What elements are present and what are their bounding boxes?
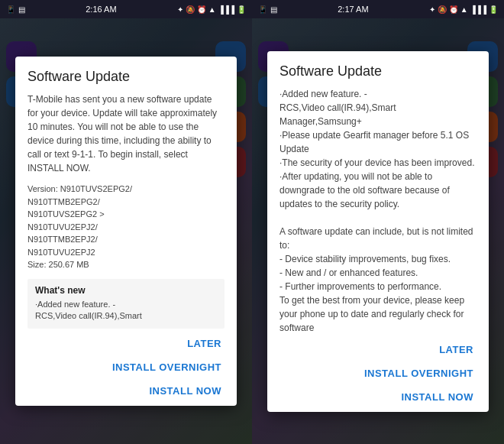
left-status-bar: 📱 ▤ 2:16 AM ✦ 🔕 ⏰ ▲ ▐▐▐ 🔋	[0, 0, 252, 18]
right-battery-icon: 🔋	[489, 5, 498, 14]
left-phone-screen: 📱 ▤ 2:16 AM ✦ 🔕 ⏰ ▲ ▐▐▐ 🔋 Software	[0, 0, 252, 444]
right-phone-screen: 📱 ▤ 2:17 AM ✦ 🔕 ⏰ ▲ ▐▐▐ 🔋 Software	[252, 0, 504, 444]
left-install-button[interactable]: INSTALL NOW	[21, 379, 231, 403]
right-dialog-content: Software Update ·Added new feature. - RC…	[267, 51, 489, 335]
left-version-info: Version: N910TUVS2EPG2/N910TTMB2EPG2/N91…	[27, 183, 225, 271]
left-dialog-overlay: Software Update T-Mobile has sent you a …	[0, 18, 252, 444]
left-whats-new-title: What's new	[35, 285, 217, 296]
right-time: 2:17 AM	[338, 5, 368, 14]
left-whats-new: What's new ·Added new feature. -RCS,Vide…	[27, 279, 225, 329]
right-mute-icon: 🔕	[438, 5, 447, 14]
left-dialog-body: T-Mobile has sent you a new software upd…	[27, 92, 225, 175]
sd-icon: ▤	[18, 5, 25, 14]
left-dialog-title: Software Update	[27, 69, 225, 85]
right-status-icons: 📱 ▤	[258, 5, 277, 14]
right-bluetooth-icon: ✦	[429, 5, 435, 14]
left-time: 2:16 AM	[86, 5, 116, 14]
signal-icon: ▐▐▐	[218, 5, 234, 14]
right-dialog-title: Software Update	[279, 63, 477, 79]
left-size: Size: 250.67 MB	[27, 260, 89, 269]
right-dialog: Software Update ·Added new feature. - RC…	[267, 51, 489, 412]
right-dialog-actions: LATER INSTALL OVERNIGHT INSTALL NOW	[267, 335, 489, 412]
right-status-bar: 📱 ▤ 2:17 AM ✦ 🔕 ⏰ ▲ ▐▐▐ 🔋	[252, 0, 504, 18]
right-later-button[interactable]: LATER	[273, 338, 483, 361]
wifi-icon: ▲	[208, 5, 216, 14]
left-version-label: Version:	[27, 184, 58, 193]
phone-icon: 📱	[6, 5, 15, 14]
right-sd-icon: ▤	[270, 5, 277, 14]
left-version-value: N910TUVS2EPG2/N910TTMB2EPG2/N910TUVS2EPG…	[27, 184, 132, 257]
right-status-right: ✦ 🔕 ⏰ ▲ ▐▐▐ 🔋	[429, 5, 498, 14]
right-alarm-icon: ⏰	[449, 5, 458, 14]
right-install-button[interactable]: INSTALL NOW	[273, 385, 483, 409]
right-signal-icon: ▐▐▐	[470, 5, 486, 14]
right-dialog-overlay: Software Update ·Added new feature. - RC…	[252, 18, 504, 444]
right-dialog-body: ·Added new feature. - RCS,Video call(IR.…	[279, 87, 477, 335]
left-later-button[interactable]: LATER	[21, 332, 231, 355]
left-overnight-button[interactable]: INSTALL OVERNIGHT	[21, 355, 231, 379]
left-dialog-actions: LATER INSTALL OVERNIGHT INSTALL NOW	[15, 329, 237, 406]
right-phone-icon: 📱	[258, 5, 267, 14]
battery-icon: 🔋	[237, 5, 246, 14]
right-wifi-icon: ▲	[460, 5, 468, 14]
right-overnight-button[interactable]: INSTALL OVERNIGHT	[273, 361, 483, 385]
alarm-icon: ⏰	[197, 5, 206, 14]
left-dialog-content: Software Update T-Mobile has sent you a …	[15, 57, 237, 328]
left-status-icons: 📱 ▤	[6, 5, 25, 14]
left-whats-new-body: ·Added new feature. -RCS,Video call(IR.9…	[35, 299, 217, 322]
mute-icon: 🔕	[186, 5, 195, 14]
bluetooth-icon: ✦	[177, 5, 183, 14]
left-dialog: Software Update T-Mobile has sent you a …	[15, 57, 237, 405]
left-status-right: ✦ 🔕 ⏰ ▲ ▐▐▐ 🔋	[177, 5, 246, 14]
